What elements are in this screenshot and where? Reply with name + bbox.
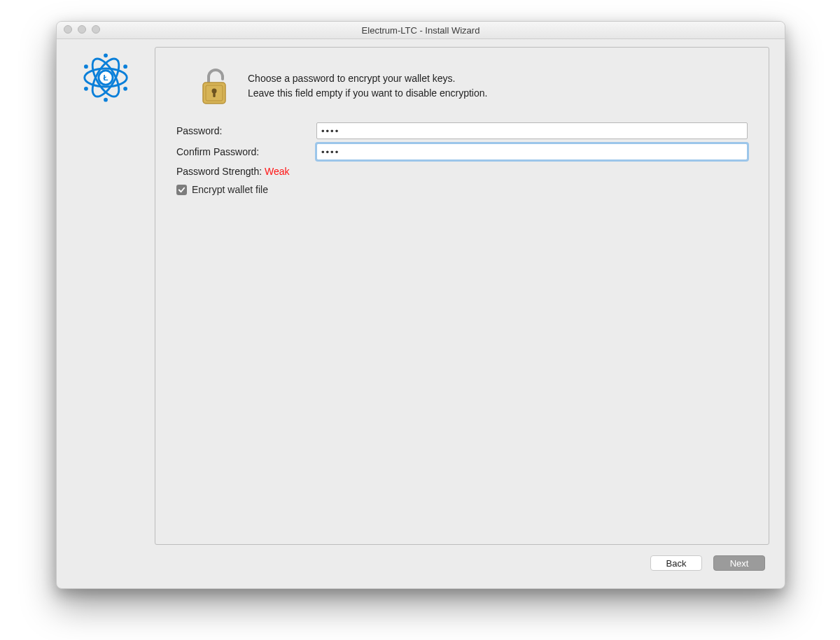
- svg-point-6: [104, 98, 108, 102]
- minimize-window-button[interactable]: [78, 25, 86, 34]
- svg-point-10: [123, 87, 127, 91]
- encrypt-wallet-checkbox[interactable]: [176, 185, 187, 195]
- svg-point-8: [123, 64, 127, 69]
- confirm-password-label: Confirm Password:: [176, 146, 316, 157]
- padlock-icon: [197, 67, 231, 108]
- install-wizard-window: Electrum-LTC - Install Wizard Ł: [56, 21, 785, 589]
- svg-point-7: [84, 64, 88, 69]
- titlebar: Electrum-LTC - Install Wizard: [57, 22, 785, 39]
- password-label: Password:: [176, 125, 316, 136]
- electrum-ltc-logo-icon: Ł: [80, 52, 131, 105]
- window-title: Electrum-LTC - Install Wizard: [362, 25, 480, 36]
- main-panel: Choose a password to encrypt your wallet…: [155, 47, 769, 545]
- zoom-window-button[interactable]: [92, 25, 100, 34]
- back-button[interactable]: Back: [650, 555, 702, 571]
- sidebar: Ł: [57, 38, 155, 588]
- intro-text: Choose a password to encrypt your wallet…: [248, 67, 487, 101]
- intro-line-2: Leave this field empty if you want to di…: [248, 86, 487, 101]
- svg-rect-14: [213, 92, 215, 97]
- password-strength-value: Weak: [265, 166, 290, 177]
- intro-line-1: Choose a password to encrypt your wallet…: [248, 71, 487, 86]
- footer: Back Next: [155, 545, 769, 578]
- svg-point-5: [104, 53, 108, 57]
- svg-text:Ł: Ł: [103, 73, 108, 82]
- next-button[interactable]: Next: [713, 555, 765, 571]
- confirm-password-input[interactable]: ••••: [316, 143, 748, 160]
- close-window-button[interactable]: [64, 25, 72, 34]
- encrypt-wallet-label: Encrypt wallet file: [192, 184, 268, 195]
- window-controls: [64, 25, 100, 34]
- password-strength-row: Password Strength: Weak: [176, 166, 748, 177]
- svg-point-9: [84, 87, 88, 91]
- password-strength-label: Password Strength:: [176, 166, 265, 177]
- password-input[interactable]: ••••: [316, 122, 748, 139]
